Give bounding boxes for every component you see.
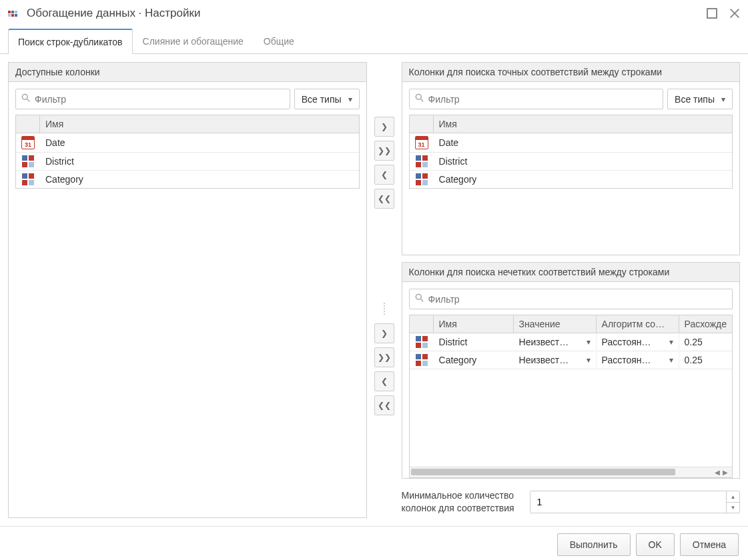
filter-input[interactable]: [35, 94, 284, 105]
scroll-left-icon[interactable]: ◀: [715, 469, 720, 476]
cell-name: Category: [434, 352, 514, 368]
app-icon: [8, 7, 20, 19]
svg-line-5: [420, 299, 423, 302]
min-columns-row: Минимальное количество колонок для соотв…: [402, 487, 740, 518]
svg-point-4: [416, 294, 421, 299]
cell-name: District: [434, 153, 473, 169]
search-icon: [415, 93, 424, 105]
category-icon: [22, 173, 34, 185]
fuzzy-match-header: Колонки для поиска нечетких соответствий…: [402, 263, 739, 282]
maximize-icon[interactable]: [707, 8, 717, 19]
titlebar: Обогащение данных · Настройки: [0, 0, 748, 27]
search-icon: [21, 93, 31, 105]
svg-point-0: [22, 94, 27, 99]
available-columns-table: Имя Date District Category: [15, 115, 360, 189]
algo-select[interactable]: Расстоян…▾: [597, 334, 679, 350]
cancel-button[interactable]: Отмена: [680, 533, 739, 556]
filter-input[interactable]: [428, 94, 658, 105]
chevron-down-icon: ▾: [587, 355, 591, 365]
type-select-label: Все типы: [302, 94, 342, 105]
type-select[interactable]: Все типы ▾: [294, 89, 360, 109]
move-all-right-button[interactable]: ❯❯: [374, 347, 394, 367]
min-columns-spinner: ▲ ▼: [530, 491, 740, 513]
cell-name: District: [434, 334, 514, 350]
calendar-icon: [415, 136, 428, 149]
filter-input-wrapper: [15, 89, 290, 109]
chevron-down-icon: ▾: [348, 95, 352, 104]
dist-cell[interactable]: 0.25: [679, 334, 732, 350]
type-select-label: Все типы: [675, 94, 715, 105]
chevron-down-icon: ▾: [669, 355, 673, 365]
table-row[interactable]: District: [410, 153, 732, 171]
transfer-buttons-fuzzy: ❯ ❯❯ ❮ ❮❮: [371, 262, 398, 518]
chevron-down-icon: ▾: [587, 337, 591, 347]
category-icon: [416, 354, 428, 366]
fuzzy-match-panel: Колонки для поиска нечетких соответствий…: [402, 262, 740, 479]
tab-duplicates[interactable]: Поиск строк-дубликатов: [8, 29, 133, 54]
col-header-value[interactable]: Значение: [514, 315, 597, 333]
tabs: Поиск строк-дубликатов Слияние и обогаще…: [0, 28, 748, 54]
svg-line-3: [420, 99, 423, 102]
filter-input-wrapper: [409, 289, 733, 309]
transfer-buttons-exact: ❯ ❯❯ ❮ ❮❮: [371, 62, 398, 255]
category-icon: [22, 155, 34, 167]
min-columns-label: Минимальное количество колонок для соотв…: [402, 489, 522, 515]
move-all-left-button[interactable]: ❮❮: [374, 189, 394, 209]
table-row[interactable]: Category Неизвест…▾ Расстоян…▾ 0.25: [410, 351, 732, 369]
calendar-icon: [21, 136, 35, 149]
horizontal-scrollbar[interactable]: ◀▶: [410, 467, 732, 477]
fuzzy-match-table: Имя Значение Алгоритм со… Расхожде Distr…: [409, 315, 733, 478]
dist-cell[interactable]: 0.25: [679, 352, 732, 368]
cell-name: District: [40, 153, 79, 169]
move-right-button[interactable]: ❯: [374, 323, 394, 343]
filter-input[interactable]: [428, 294, 727, 305]
ok-button[interactable]: OK: [636, 533, 675, 556]
move-left-button[interactable]: ❮: [374, 165, 394, 185]
table-row[interactable]: Category: [410, 171, 732, 188]
tab-merge[interactable]: Слияние и обогащение: [133, 29, 254, 54]
available-columns-header: Доступные колонки: [9, 63, 366, 82]
chevron-down-icon: ▾: [721, 95, 725, 104]
table-row[interactable]: District: [16, 153, 359, 171]
svg-point-2: [416, 94, 421, 99]
table-row[interactable]: Date: [16, 133, 359, 153]
algo-select[interactable]: Расстоян…▾: [597, 352, 679, 368]
min-columns-input[interactable]: [530, 491, 726, 513]
cell-name: Date: [40, 135, 71, 151]
value-select[interactable]: Неизвест…▾: [514, 334, 597, 350]
exact-match-table: Имя Date District Category: [409, 115, 733, 189]
exact-match-header: Колонки для поиска точных соответствий м…: [402, 63, 739, 82]
dialog-footer: Выполнить OK Отмена: [0, 526, 748, 560]
category-icon: [416, 155, 428, 167]
splitter-handle[interactable]: [383, 302, 386, 315]
col-header-name[interactable]: Имя: [434, 115, 732, 133]
move-all-left-button[interactable]: ❮❮: [374, 395, 394, 415]
search-icon: [415, 293, 424, 305]
run-button[interactable]: Выполнить: [557, 533, 631, 556]
table-row[interactable]: Date: [410, 133, 732, 153]
cell-name: Category: [40, 171, 89, 187]
cell-name: Date: [434, 135, 464, 151]
col-header-name[interactable]: Имя: [40, 115, 359, 133]
col-header-algo[interactable]: Алгоритм со…: [597, 315, 679, 333]
table-row[interactable]: Category: [16, 171, 359, 188]
tab-general[interactable]: Общие: [254, 29, 304, 54]
close-icon[interactable]: [729, 8, 740, 19]
move-left-button[interactable]: ❮: [374, 371, 394, 391]
spinner-up-button[interactable]: ▲: [727, 491, 739, 503]
cell-name: Category: [434, 171, 482, 187]
value-select[interactable]: Неизвест…▾: [514, 352, 597, 368]
filter-input-wrapper: [409, 89, 664, 109]
category-icon: [416, 336, 428, 348]
col-header-dist[interactable]: Расхожде: [679, 315, 732, 333]
type-select[interactable]: Все типы ▾: [667, 89, 733, 109]
chevron-down-icon: ▾: [669, 337, 673, 347]
category-icon: [416, 173, 428, 185]
spinner-down-button[interactable]: ▼: [727, 503, 739, 513]
available-columns-panel: Доступные колонки Все типы ▾ Имя: [8, 62, 367, 518]
table-row[interactable]: District Неизвест…▾ Расстоян…▾ 0.25: [410, 333, 732, 351]
move-all-right-button[interactable]: ❯❯: [374, 141, 394, 161]
col-header-name[interactable]: Имя: [434, 315, 514, 333]
move-right-button[interactable]: ❯: [374, 117, 394, 137]
scroll-right-icon[interactable]: ▶: [723, 469, 728, 476]
